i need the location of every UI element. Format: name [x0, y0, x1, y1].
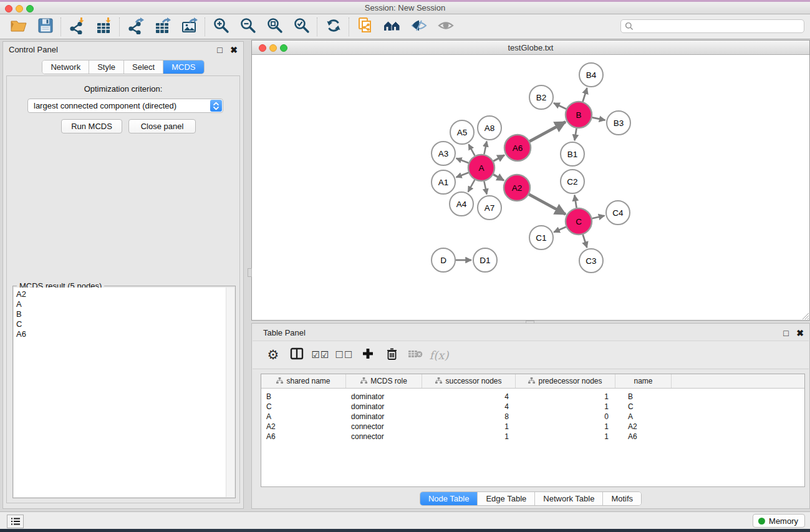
mcds-result-item[interactable]: A6 [16, 329, 226, 339]
open-file-button[interactable] [5, 16, 32, 37]
table-panel-tab-edge-table[interactable]: Edge Table [478, 492, 535, 505]
close-panel-button[interactable]: Close panel [128, 119, 196, 133]
open-file-icon [10, 17, 27, 37]
mcds-result-item[interactable]: A [16, 299, 226, 309]
zoom-fit-button[interactable] [261, 16, 288, 37]
network-from-selection-button[interactable] [352, 16, 378, 37]
float-icon[interactable]: □ [781, 328, 792, 338]
column-header-shared-name[interactable]: shared name [261, 374, 346, 388]
table-panel-tab-network-table[interactable]: Network Table [535, 492, 603, 505]
table-row[interactable]: Bdominator41B [261, 392, 804, 402]
graph-edge-A-A5[interactable] [469, 144, 475, 155]
split-panel-button[interactable] [285, 344, 309, 366]
graph-edge-A-A6[interactable] [493, 155, 504, 162]
graph-edge-A-A3[interactable] [456, 158, 469, 163]
close-icon[interactable]: ✖ [794, 328, 806, 338]
search-box[interactable] [620, 19, 804, 33]
mcds-result-item[interactable]: B [16, 309, 226, 319]
export-image-button[interactable] [176, 16, 203, 37]
control-panel-tab-style[interactable]: Style [89, 60, 124, 74]
control-panel-tab-network[interactable]: Network [42, 60, 89, 74]
close-traffic-light-icon[interactable] [259, 44, 266, 52]
memory-button[interactable]: Memory [753, 514, 805, 528]
table-row[interactable]: A2connector11A2 [261, 422, 804, 432]
table-toolbar: ⚙☑☑☐☐f(x) [253, 341, 809, 369]
graph-edge-C-C1[interactable] [554, 227, 566, 233]
graph-edge-C-C2[interactable] [574, 195, 576, 208]
graph-edge-B-B3[interactable] [592, 117, 605, 120]
add-column-button[interactable] [356, 344, 380, 366]
apply-preferred-layout-icon [383, 17, 401, 37]
unselect-all-columns-icon: ☐☐ [335, 349, 354, 360]
column-header-mcds-role[interactable]: MCDS role [346, 374, 422, 388]
column-header-label: shared name [286, 374, 330, 388]
minimize-traffic-light-icon[interactable] [269, 44, 277, 52]
table-cell: 4 [422, 402, 516, 412]
console-button[interactable] [7, 515, 24, 528]
export-network-button[interactable] [122, 16, 149, 37]
splitter-handle[interactable] [248, 268, 252, 277]
zoom-traffic-light-icon[interactable] [26, 5, 34, 12]
control-panel-tab-select[interactable]: Select [124, 60, 163, 74]
table-panel-tab-node-table[interactable]: Node Table [420, 492, 478, 505]
graph-edge-B-B4[interactable] [583, 88, 587, 102]
network-canvas[interactable]: B4B2BB3A8A5A6A3B1AA1C2A2A4A7C4CC1C3DD1 [253, 55, 809, 317]
mcds-result-list[interactable]: A2ABCA6 [14, 288, 226, 497]
close-icon[interactable]: ✖ [228, 45, 239, 55]
table-panel: Table Panel □ ✖ ⚙☑☑☐☐f(x) shared nameMCD… [251, 323, 810, 509]
apply-preferred-layout-button[interactable] [378, 16, 405, 37]
network-window-titlebar[interactable]: testGlobe.txt [252, 41, 809, 55]
table-row[interactable]: Adominator80A [261, 412, 804, 422]
graph-edge-A6-B[interactable] [529, 122, 566, 141]
delete-table-button[interactable] [403, 344, 427, 366]
mcds-result-item[interactable]: C [16, 319, 226, 329]
graph-node-label: C1 [536, 233, 546, 243]
minimize-traffic-light-icon[interactable] [16, 5, 23, 12]
graph-edge-A-A1[interactable] [456, 173, 469, 177]
zoom-in-button[interactable] [208, 16, 234, 37]
zoom-traffic-light-icon[interactable] [280, 44, 287, 52]
save-session-button[interactable] [32, 16, 59, 37]
graph-edge-A-A7[interactable] [484, 181, 486, 195]
graph-edge-B-B2[interactable] [554, 103, 566, 109]
control-panel-tab-mcds[interactable]: MCDS [163, 60, 203, 74]
close-traffic-light-icon[interactable] [5, 5, 12, 12]
run-mcds-button[interactable]: Run MCDS [61, 119, 122, 133]
table-row[interactable]: Cdominator41C [261, 402, 804, 412]
mcds-result-scrollbar[interactable] [226, 288, 234, 497]
import-network-button[interactable] [64, 16, 90, 37]
select-all-columns-button[interactable]: ☑☑ [309, 344, 332, 366]
search-input[interactable] [634, 20, 804, 32]
zoom-selected-button[interactable] [288, 16, 315, 37]
graph-edge-A2-C[interactable] [529, 195, 566, 215]
unselect-all-columns-button[interactable]: ☐☐ [332, 344, 356, 366]
graph-edge-A-A4[interactable] [468, 180, 475, 191]
export-table-button[interactable] [149, 16, 176, 37]
graph-edge-C-C3[interactable] [583, 235, 587, 248]
graph-edge-A-A2[interactable] [493, 175, 504, 180]
criterion-dropdown[interactable]: largest connected component (directed) [27, 99, 223, 113]
graph-node-label: B2 [536, 93, 547, 102]
column-header-name[interactable]: name [615, 374, 672, 388]
column-header-predecessor-nodes[interactable]: predecessor nodes [516, 374, 615, 388]
table-header-row: shared nameMCDS rolesuccessor nodesprede… [261, 374, 804, 389]
import-table-button[interactable] [90, 16, 117, 37]
refresh-view-button[interactable] [320, 16, 347, 37]
column-header-successor-nodes[interactable]: successor nodes [422, 374, 516, 388]
table-panel-tab-motifs[interactable]: Motifs [603, 492, 641, 505]
float-icon[interactable]: □ [215, 45, 226, 55]
graph-edge-A-A8[interactable] [484, 142, 486, 155]
mcds-result-item[interactable]: A2 [16, 289, 226, 299]
function-builder-button[interactable]: f(x) [427, 344, 451, 366]
graph-edge-B-B1[interactable] [574, 128, 576, 141]
graph-edge-C-C4[interactable] [592, 216, 604, 218]
table-row[interactable]: A6connector11A6 [261, 432, 804, 442]
optimization-criterion-label: Optimization criterion: [7, 84, 239, 94]
column-header-label: name [634, 374, 652, 388]
show-graphics-details-button[interactable] [432, 16, 459, 37]
resize-corner-icon[interactable] [801, 311, 809, 319]
hide-graphics-details-button[interactable] [405, 16, 432, 37]
zoom-out-button[interactable] [234, 16, 261, 37]
delete-columns-button[interactable] [380, 344, 403, 366]
table-options-gear-button[interactable]: ⚙ [261, 344, 285, 366]
